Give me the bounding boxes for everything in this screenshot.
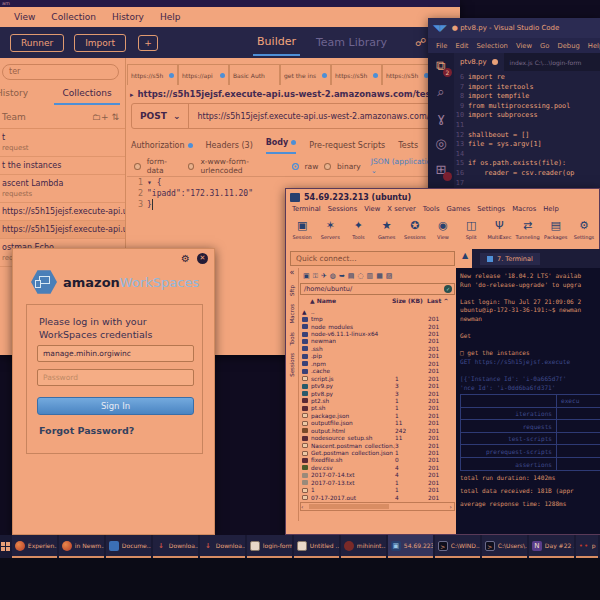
file-row[interactable]: nodesource_setup.sh11201: [300, 434, 455, 441]
file-row[interactable]: 07-17-2017.out4201: [300, 494, 455, 501]
method-dropdown[interactable]: POST⌄: [132, 104, 189, 128]
url-input[interactable]: https://s5h15jejsf.execute-api.us-west-2…: [189, 112, 444, 121]
file-row[interactable]: dev.csv4201: [300, 464, 455, 471]
file-row[interactable]: .cache201: [300, 368, 455, 375]
taskbar-item[interactable]: ▣54.69.223...: [388, 535, 433, 558]
sftp-icon-0[interactable]: ▣: [303, 272, 310, 280]
menu-item-history[interactable]: History: [112, 12, 144, 22]
file-row[interactable]: Get.postman_collection.json1201: [300, 449, 455, 456]
collection-item[interactable]: ascent Lambdarequests: [0, 175, 125, 203]
taskbar-item[interactable]: mihinint...: [341, 535, 386, 558]
vscode-menu-view[interactable]: View: [516, 42, 532, 50]
close-icon[interactable]: ✕: [197, 253, 208, 264]
file-row[interactable]: outputfile.json11201: [300, 420, 455, 427]
tab-history[interactable]: History: [0, 88, 54, 105]
collection-item[interactable]: trequest: [0, 129, 125, 157]
moba-menu-view[interactable]: View: [364, 205, 380, 219]
collapse-icon[interactable]: «: [286, 268, 298, 277]
file-row[interactable]: output.html242201: [300, 427, 455, 434]
menu-item-collection[interactable]: Collection: [51, 12, 96, 22]
file-row[interactable]: .npm201: [300, 360, 455, 367]
sftp-icon-3[interactable]: ◍: [330, 272, 336, 280]
request-tab[interactable]: https://api: [178, 64, 229, 85]
file-row[interactable]: .pip201: [300, 353, 455, 360]
filter-input[interactable]: ter: [2, 64, 119, 80]
section-tab-pre-request-scripts[interactable]: Pre-request Scripts: [309, 136, 385, 154]
tab-team-library[interactable]: Team Library: [316, 36, 387, 49]
username-field[interactable]: manage.mihin.orgiwinc: [37, 345, 194, 362]
detach-icon[interactable]: ▲: [458, 251, 472, 266]
sftp-icon-1[interactable]: ⚿: [313, 272, 318, 280]
taskbar-item[interactable]: Experien...: [12, 535, 57, 558]
sftp-icon-9[interactable]: ▨: [386, 272, 393, 280]
radio-raw[interactable]: [292, 163, 299, 170]
col-name[interactable]: ▲ Name: [300, 297, 392, 307]
runner-button[interactable]: Runner: [10, 34, 64, 52]
file-row[interactable]: ptv8.py3201: [300, 390, 455, 397]
collection-item[interactable]: https://s5h15jejsf.execute-api.us-wes...: [0, 221, 125, 239]
collection-item[interactable]: t the instances: [0, 157, 125, 175]
taskbar-item[interactable]: ↓Downloa...: [200, 535, 245, 558]
request-tab[interactable]: https://s5h: [331, 64, 382, 85]
horizontal-scrollbar[interactable]: ‹›: [300, 502, 455, 511]
section-tab-body[interactable]: Body: [266, 136, 297, 154]
file-row[interactable]: package.json1201: [300, 412, 455, 419]
col-size[interactable]: Size (KB): [392, 297, 427, 307]
moba-menu-tools[interactable]: Tools: [423, 205, 440, 219]
taskbar-item[interactable]: Untitled ...: [294, 535, 339, 558]
mobaxterm-titlebar[interactable]: 54.69.223.213 (ubuntu): [286, 189, 599, 205]
radio-binary[interactable]: [324, 163, 331, 170]
radio-form-data[interactable]: [134, 163, 141, 170]
toolbar-servers-button[interactable]: ✶Servers: [316, 219, 344, 249]
file-row[interactable]: 11201: [300, 487, 455, 494]
forgot-password-link[interactable]: Forgot Password?: [39, 425, 134, 436]
file-row[interactable]: node-v6.11.1-linux-x64201: [300, 330, 455, 337]
radio-x-www-form-urlencoded[interactable]: [188, 163, 195, 170]
side-tab-sftp[interactable]: Sftp: [289, 285, 295, 296]
debug-icon[interactable]: ◎: [428, 131, 454, 157]
start-button[interactable]: [0, 535, 12, 558]
vscode-editor[interactable]: 6import re7import itertools8import tempf…: [454, 71, 600, 190]
toolbar-session-button[interactable]: ▣Session: [288, 219, 316, 249]
vscode-menu-help[interactable]: Help: [588, 42, 600, 50]
file-row[interactable]: .ssh201: [300, 345, 455, 352]
moba-menu-games[interactable]: Games: [446, 205, 470, 219]
taskbar-item[interactable]: ••p: [576, 535, 598, 558]
breadcrumb-arrow-icon[interactable]: ▸: [130, 91, 134, 99]
file-row[interactable]: tmp201: [300, 315, 455, 322]
file-row[interactable]: Nascent.postman_collection.j...3201: [300, 442, 455, 449]
moba-menu-settings[interactable]: Settings: [477, 205, 505, 219]
search-icon[interactable]: ⌕: [428, 79, 454, 105]
moba-menu-terminal[interactable]: Terminal: [292, 205, 321, 219]
moba-menu-sessions[interactable]: Sessions: [328, 205, 357, 219]
password-field[interactable]: Password: [37, 369, 194, 386]
tab-terminal-7[interactable]: 7. Terminal: [480, 253, 540, 265]
taskbar-item[interactable]: NDay #22 ...: [529, 535, 574, 558]
toolbar-tools-button[interactable]: ✦Tools: [344, 219, 372, 249]
sftp-icon-7[interactable]: ▥: [367, 272, 374, 280]
file-row[interactable]: newman201: [300, 338, 455, 345]
side-tab-macros[interactable]: Macros: [289, 304, 295, 324]
sftp-icon-6[interactable]: ◌: [357, 272, 363, 280]
scrollbar-thumb[interactable]: [309, 504, 389, 509]
new-window-icon[interactable]: +: [138, 35, 158, 51]
request-tab[interactable]: https://s5h: [382, 64, 433, 85]
sign-in-button[interactable]: Sign In: [37, 397, 194, 415]
taskbar-item[interactable]: login-form: [247, 535, 292, 558]
vscode-menu-go[interactable]: Go: [540, 42, 549, 50]
sftp-icon-8[interactable]: ▦: [376, 272, 383, 280]
vscode-menu-selection[interactable]: Selection: [477, 42, 508, 50]
taskbar-item[interactable]: Docume...: [106, 535, 151, 558]
section-tab-tests[interactable]: Tests: [398, 136, 418, 154]
file-row[interactable]: 2017-07-14.txt4201: [300, 472, 455, 479]
file-row[interactable]: ptv9.py3201: [300, 382, 455, 389]
team-row[interactable]: Team 🗀+ ⇅: [0, 105, 125, 129]
taskbar-item[interactable]: >C:\Users\...: [482, 535, 527, 558]
moba-menu-macros[interactable]: Macros: [512, 205, 536, 219]
quick-connect-input[interactable]: Quick connect...: [290, 251, 455, 266]
sort-icon[interactable]: ⇅: [111, 112, 119, 122]
new-folder-icon[interactable]: 🗀+: [92, 112, 109, 122]
side-tab-tools[interactable]: Tools: [289, 332, 295, 346]
tab-ptv8py[interactable]: ptv8.py: [454, 53, 504, 71]
menu-item-help[interactable]: Help: [160, 12, 181, 22]
